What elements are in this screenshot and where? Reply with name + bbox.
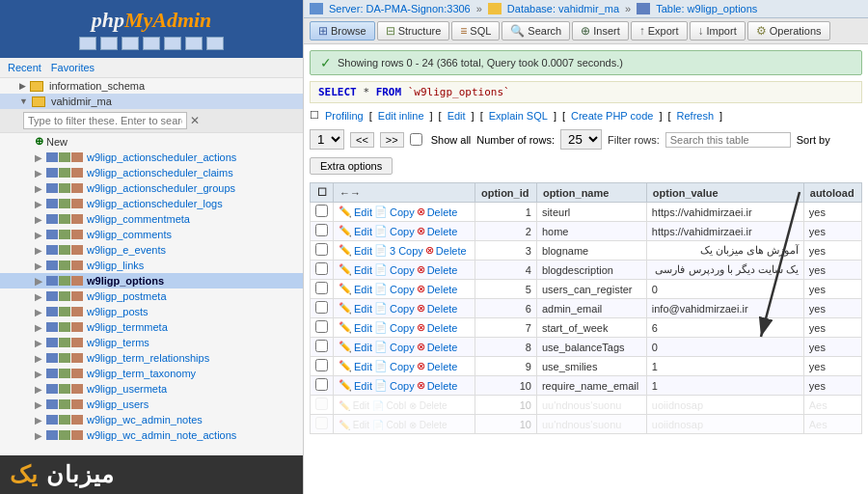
table-item-users[interactable]: ▶ w9ligp_users [0, 397, 303, 412]
next-page-btn[interactable]: >> [380, 132, 404, 148]
edit-link[interactable]: ✏️ Edit [339, 225, 372, 237]
row-checkbox[interactable] [311, 241, 334, 261]
table-item-4[interactable]: ▶ w9ligp_commentmeta [0, 211, 303, 227]
row-checkbox[interactable] [311, 222, 334, 241]
copy-link[interactable]: 📄 Copy [374, 283, 415, 295]
nav-icon2[interactable] [122, 37, 139, 50]
sidebar-favorites[interactable]: Favorites [51, 62, 95, 73]
breadcrumb-server[interactable]: Server: DA-PMA-Signon:3306 [329, 3, 471, 14]
table-item-termtax[interactable]: ▶ w9ligp_term_taxonomy [0, 366, 303, 381]
table-item-5[interactable]: ▶ w9ligp_comments [0, 227, 303, 242]
edit-link[interactable]: ✏️ Edit [339, 302, 372, 315]
table-item-6[interactable]: ▶ w9ligp_e_events [0, 242, 303, 258]
search-btn[interactable]: 🔍 Search [502, 21, 570, 41]
copy-link[interactable]: 📄 Copy [374, 206, 415, 218]
th-actions[interactable]: ←→ [334, 183, 475, 203]
db-item-vahidmir-ma[interactable]: ▼ vahidmir_ma [0, 94, 303, 109]
sidebar-recent[interactable]: Recent [8, 62, 41, 73]
copy-link[interactable]: 📄 Copy [374, 302, 415, 315]
structure-btn[interactable]: ⊟ Structure [377, 21, 450, 41]
edit-link[interactable]: ✏️ Edit [339, 283, 372, 295]
import-btn[interactable]: ↓ Import [690, 21, 746, 41]
table-item-0[interactable]: ▶ w9ligp_actionscheduler_actions [0, 150, 303, 165]
browse-btn[interactable]: ⊞ Browse [310, 21, 375, 41]
delete-link[interactable]: ⊗ Delete [417, 225, 458, 237]
delete-link[interactable]: ⊗ Delete [417, 283, 458, 295]
row-checkbox[interactable] [311, 318, 334, 338]
edit-link[interactable]: ✏️ Edit [339, 263, 372, 276]
row-checkbox[interactable] [311, 280, 334, 299]
profiling-link[interactable]: Profiling [325, 110, 364, 122]
edit-link[interactable]: ✏️ Edit [339, 379, 372, 392]
delete-link[interactable]: ⊗ Delete [417, 321, 458, 334]
table-item-1[interactable]: ▶ w9ligp_actionscheduler_claims [0, 165, 303, 180]
page-select[interactable]: 1 [310, 129, 344, 150]
breadcrumb-database[interactable]: Database: vahidmir_ma [507, 3, 619, 14]
copy-link[interactable]: 📄 Copy [374, 379, 415, 392]
db-item-information-schema[interactable]: ▶ information_schema [0, 78, 303, 94]
nav-icon6[interactable] [206, 37, 224, 50]
table-item-wcnotes[interactable]: ▶ w9ligp_wc_admin_notes [0, 412, 303, 427]
edit-inline-link[interactable]: Edit inline [378, 110, 424, 122]
show-all-checkbox[interactable] [410, 133, 422, 146]
delete-link[interactable]: ⊗ Delete [417, 206, 458, 218]
edit-link[interactable]: ✏️ Edit [339, 244, 372, 257]
edit-link[interactable]: ✏️ Edit [339, 206, 372, 218]
nav-icon5[interactable] [185, 37, 203, 50]
copy-link[interactable]: 📄 Copy [374, 263, 415, 276]
table-item-3[interactable]: ▶ w9ligp_actionscheduler_logs [0, 196, 303, 211]
export-btn[interactable]: ↑ Export [631, 21, 688, 41]
th-option-id[interactable]: option_id [475, 183, 536, 203]
explain-sql-link[interactable]: Explain SQL [489, 110, 548, 122]
rows-per-page-select[interactable]: 25 [560, 129, 602, 150]
table-item-2[interactable]: ▶ w9ligp_actionscheduler_groups [0, 180, 303, 196]
table-item-wcnoteactions[interactable]: ▶ w9ligp_wc_admin_note_actions [0, 427, 303, 443]
operations-btn[interactable]: ⚙ Operations [747, 21, 830, 41]
table-item-posts[interactable]: ▶ w9ligp_posts [0, 304, 303, 319]
table-item-termmeta[interactable]: ▶ w9ligp_termmeta [0, 319, 303, 335]
copy-link[interactable]: 📄 3 Copy [374, 244, 423, 257]
row-checkbox[interactable] [311, 376, 334, 396]
refresh-link[interactable]: Refresh [677, 110, 715, 122]
delete-link[interactable]: ⊗ Delete [417, 360, 458, 372]
edit-link[interactable]: ✏️ Edit [339, 341, 372, 353]
extra-options-btn[interactable]: Extra options [310, 157, 393, 175]
insert-btn[interactable]: ⊕ Insert [572, 21, 629, 41]
copy-link[interactable]: 📄 Copy [374, 360, 415, 372]
table-item-termrel[interactable]: ▶ w9ligp_term_relationships [0, 350, 303, 366]
table-item-postmeta[interactable]: ▶ w9ligp_postmeta [0, 288, 303, 304]
home-icon[interactable] [79, 37, 96, 50]
edit-link[interactable]: ✏️ Edit [339, 360, 372, 372]
delete-link[interactable]: ⊗ Delete [417, 341, 458, 353]
sql-btn[interactable]: ≡ SQL [451, 21, 500, 41]
table-item-usermeta[interactable]: ▶ w9ligp_usermeta [0, 381, 303, 397]
table-item-7[interactable]: ▶ w9ligp_links [0, 258, 303, 273]
edit-link[interactable]: Edit [448, 110, 466, 122]
table-item-terms[interactable]: ▶ w9ligp_terms [0, 335, 303, 350]
row-checkbox[interactable] [311, 357, 334, 376]
nav-icon4[interactable] [164, 37, 181, 50]
row-checkbox[interactable] [311, 203, 334, 222]
prev-page-btn[interactable]: << [350, 132, 374, 148]
row-checkbox[interactable] [311, 338, 334, 357]
th-option-value[interactable]: option_value [646, 183, 803, 203]
filter-input[interactable] [665, 132, 791, 148]
th-autoload[interactable]: autoload [803, 183, 861, 203]
delete-link[interactable]: ⊗ Delete [417, 379, 458, 392]
create-php-link[interactable]: Create PHP code [571, 110, 653, 122]
nav-icon1[interactable] [100, 37, 118, 50]
copy-link[interactable]: 📄 Copy [374, 321, 415, 334]
breadcrumb-table[interactable]: Table: w9ligp_options [656, 3, 757, 14]
delete-link[interactable]: ⊗ Delete [425, 244, 467, 257]
row-checkbox[interactable] [311, 261, 334, 280]
clear-filter-btn[interactable]: ✕ [190, 114, 200, 127]
delete-link[interactable]: ⊗ Delete [417, 302, 458, 315]
new-table-item[interactable]: ⊕ New [0, 133, 303, 150]
table-item-options[interactable]: ▶ w9ligp_options [0, 273, 303, 288]
copy-link[interactable]: 📄 Copy [374, 341, 415, 353]
nav-icon3[interactable] [143, 37, 160, 50]
delete-link[interactable]: ⊗ Delete [417, 263, 458, 276]
checkbox-profiling[interactable]: ☐ [310, 109, 319, 122]
th-option-name[interactable]: option_name [536, 183, 646, 203]
copy-link[interactable]: 📄 Copy [374, 225, 415, 237]
